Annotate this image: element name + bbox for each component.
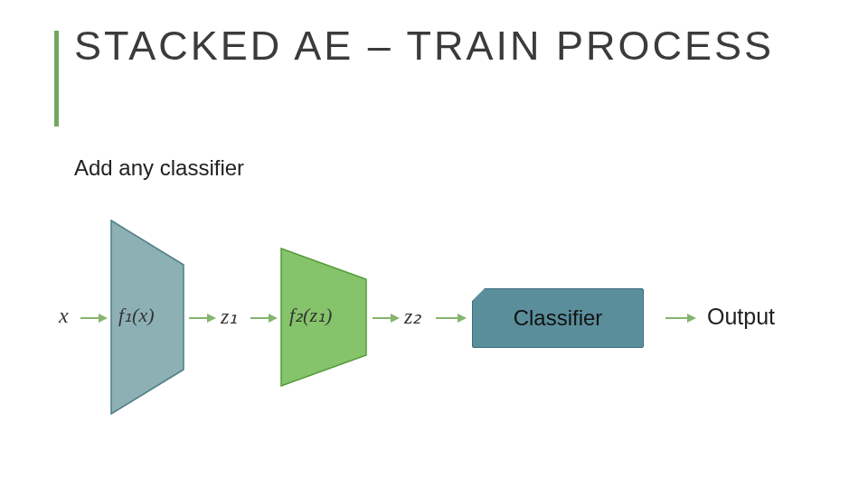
node-x-label: x (59, 304, 69, 328)
arrow-icon (249, 310, 279, 326)
arrow-icon (187, 310, 218, 326)
subtitle: Add any classifier (74, 155, 244, 181)
arrow-icon (664, 310, 698, 326)
node-f2-label: f₂(z₁) (289, 304, 332, 327)
title-accent-bar (54, 31, 59, 127)
svg-marker-4 (207, 314, 216, 323)
classifier-label: Classifier (514, 305, 603, 331)
node-output-label: Output (707, 304, 775, 330)
title-block: STACKED AE – TRAIN PROCESS (54, 23, 774, 69)
node-f1-label: f₁(x) (118, 304, 155, 327)
node-z2-label: z₂ (404, 304, 421, 329)
page-title: STACKED AE – TRAIN PROCESS (54, 23, 774, 69)
svg-marker-11 (458, 314, 467, 323)
svg-marker-1 (99, 314, 108, 323)
arrow-icon (434, 310, 468, 326)
arrow-icon (79, 310, 109, 326)
svg-marker-9 (391, 314, 400, 323)
svg-marker-6 (269, 314, 278, 323)
node-z1-label: z₁ (221, 304, 238, 329)
arrow-icon (371, 310, 401, 326)
svg-marker-13 (687, 314, 696, 323)
classifier-box: Classifier (472, 288, 644, 348)
